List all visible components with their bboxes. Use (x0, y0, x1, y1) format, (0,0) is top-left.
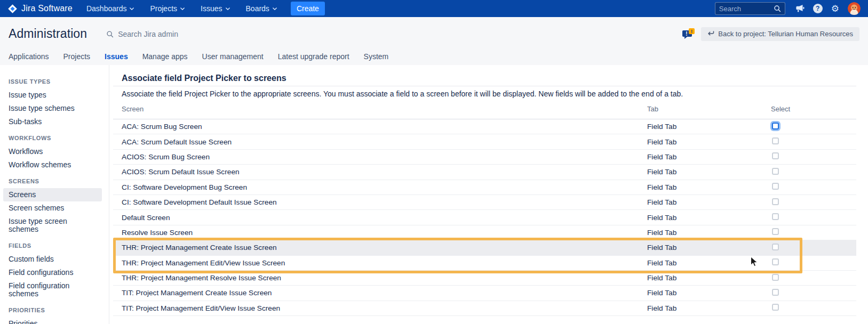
column-header-select: Select (771, 105, 856, 113)
sidebar-section-title: ISSUE TYPES (0, 78, 109, 85)
screen-name-cell: TIT: Project Management Edit/View Issue … (122, 304, 647, 312)
screen-name-cell: ACIOS: Scrum Default Issue Screen (122, 168, 647, 176)
select-cell (771, 183, 856, 191)
screen-name-cell: THR: Project Management Create Issue Scr… (122, 244, 647, 252)
sidebar-item[interactable]: Screen schemes (3, 201, 102, 215)
sidebar-item[interactable]: Workflow schemes (3, 158, 102, 172)
select-cell (771, 213, 856, 222)
sidebar-item[interactable]: Issue type schemes (3, 102, 102, 115)
nav-menu-item[interactable]: Projects (150, 4, 185, 13)
select-checkbox[interactable] (772, 123, 779, 129)
tab-cell: Field Tab (647, 289, 771, 297)
avatar-face-icon (848, 2, 861, 15)
chevron-down-icon (130, 7, 134, 10)
screen-name-cell: CI: Software Development Bug Screen (122, 183, 647, 191)
tab-cell: Field Tab (647, 183, 771, 191)
nav-menu-item[interactable]: Issues (201, 4, 229, 13)
screen-name-cell: TIT: Project Management Create Issue Scr… (122, 289, 647, 297)
table-row: ACIOS: Scrum Bug Screen Field Tab (113, 150, 856, 165)
announcements-icon[interactable] (795, 4, 805, 13)
table-header: Screen Tab Select (113, 99, 856, 119)
nav-menu-item[interactable]: Boards (246, 4, 277, 13)
select-cell (771, 198, 856, 207)
select-cell (771, 123, 856, 131)
tab-cell: Field Tab (647, 259, 771, 267)
create-button[interactable]: Create (291, 2, 325, 15)
column-header-tab: Tab (647, 105, 771, 113)
select-checkbox[interactable] (772, 304, 779, 311)
screen-name-cell: Default Screen (122, 214, 647, 222)
select-cell (771, 304, 856, 312)
admin-tab[interactable]: Projects (63, 52, 91, 66)
select-checkbox[interactable] (772, 228, 779, 235)
user-avatar[interactable] (848, 2, 861, 15)
screen-name-cell: ACA: Scrum Default Issue Screen (122, 138, 647, 146)
tab-cell: Field Tab (647, 198, 771, 206)
search-icon (774, 5, 781, 12)
select-checkbox[interactable] (772, 258, 779, 265)
table-row: THR: Project Management Resolve Issue Sc… (113, 271, 856, 286)
select-checkbox[interactable] (772, 152, 779, 159)
nav-menu-item[interactable]: Dashboards (86, 4, 134, 13)
jira-diamond-icon (7, 4, 18, 14)
table-row: THR: Project Management Edit/View Issue … (113, 256, 856, 271)
admin-tab[interactable]: Latest upgrade report (278, 52, 349, 66)
table-row: TIT: Project Management Edit/View Issue … (113, 301, 856, 316)
admin-tab[interactable]: Manage apps (142, 52, 188, 66)
jira-logo[interactable]: Jira Software (7, 4, 73, 14)
admin-sidebar: ISSUE TYPES Issue typesIssue type scheme… (0, 65, 109, 324)
screen-name-cell: CI: Software Development Default Issue S… (122, 198, 647, 206)
select-checkbox[interactable] (772, 213, 779, 220)
table-row: Resolve Issue Screen Field Tab (113, 225, 856, 240)
table-row: ACA: Scrum Bug Screen Field Tab (113, 119, 856, 134)
back-to-project-button[interactable]: Back to project: Tellurian Human Resourc… (701, 27, 859, 41)
page-title: Administration (9, 27, 87, 41)
settings-gear-icon[interactable]: ⚙ (831, 4, 839, 13)
select-checkbox[interactable] (772, 289, 779, 296)
select-checkbox[interactable] (772, 274, 779, 281)
select-cell (771, 274, 856, 282)
table-row: ACIOS: Scrum Default Issue Screen Field … (113, 165, 856, 180)
sidebar-item[interactable]: Workflows (3, 145, 102, 158)
top-navbar: Jira Software Dashboards Projects Issues… (0, 0, 868, 17)
sidebar-section: WORKFLOWS WorkflowsWorkflow schemes (0, 135, 109, 172)
select-checkbox[interactable] (772, 183, 779, 190)
admin-tab[interactable]: Issues (105, 52, 128, 66)
table-row: Default Screen Field Tab (113, 210, 856, 225)
search-icon (106, 30, 114, 38)
sidebar-item[interactable]: Field configuration schemes (3, 279, 102, 301)
navbar-search-input[interactable] (719, 5, 770, 13)
sidebar-item[interactable]: Sub-tasks (3, 115, 102, 128)
navbar-search[interactable] (715, 2, 785, 15)
feedback-icon[interactable]: ! ! (682, 28, 696, 40)
sidebar-section-title: WORKFLOWS (0, 135, 109, 141)
sidebar-item[interactable]: Priorities (3, 317, 102, 324)
select-cell (771, 137, 856, 146)
tab-cell: Field Tab (647, 123, 771, 131)
sidebar-item[interactable]: Screens (3, 188, 102, 201)
select-cell (771, 289, 856, 297)
select-checkbox[interactable] (772, 244, 779, 250)
tab-cell: Field Tab (647, 229, 771, 237)
select-checkbox[interactable] (772, 137, 779, 144)
sidebar-item[interactable]: Issue types (3, 88, 102, 102)
admin-tab[interactable]: User management (202, 52, 264, 66)
admin-search[interactable] (106, 30, 235, 38)
help-icon[interactable]: ? (813, 4, 823, 13)
select-checkbox[interactable] (772, 168, 779, 175)
screens-table: ACA: Scrum Bug Screen Field Tab ACA: Scr… (113, 119, 856, 316)
sidebar-item[interactable]: Custom fields (3, 253, 102, 266)
tab-cell: Field Tab (647, 274, 771, 282)
sidebar-item[interactable]: Field configurations (3, 266, 102, 279)
admin-tab[interactable]: Applications (9, 52, 49, 66)
screen-name-cell: ACIOS: Scrum Bug Screen (122, 153, 647, 161)
table-row: CI: Software Development Default Issue S… (113, 195, 856, 210)
tab-cell: Field Tab (647, 214, 771, 222)
select-checkbox[interactable] (772, 198, 779, 205)
back-button-label: Back to project: Tellurian Human Resourc… (718, 30, 853, 38)
admin-tab[interactable]: System (364, 52, 389, 66)
admin-search-input[interactable] (118, 30, 235, 38)
sidebar-item[interactable]: Issue type screen schemes (3, 215, 102, 236)
main-nav: Dashboards Projects Issues Boards (86, 4, 277, 13)
screen-name-cell: THR: Project Management Resolve Issue Sc… (122, 274, 647, 282)
